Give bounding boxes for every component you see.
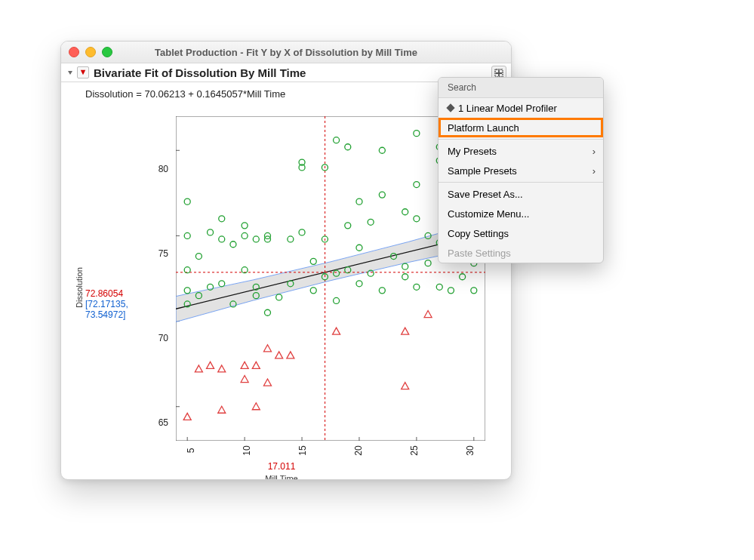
diamond-icon: [446, 103, 454, 112]
menu-customize[interactable]: Customize Menu...: [439, 204, 603, 223]
menu-linear-model-profiler[interactable]: 1 Linear Model Profiler: [439, 98, 603, 118]
svg-point-55: [356, 281, 362, 287]
svg-point-44: [310, 288, 316, 294]
menu-label: My Presets: [448, 146, 497, 157]
window-title: Tablet Production - Fit Y by X of Dissol…: [61, 47, 511, 58]
svg-point-61: [379, 192, 385, 198]
svg-point-68: [414, 216, 420, 222]
svg-point-53: [345, 223, 351, 229]
svg-point-69: [414, 182, 420, 188]
svg-point-35: [264, 309, 270, 315]
svg-point-24: [219, 281, 225, 287]
svg-point-26: [219, 216, 225, 222]
svg-point-18: [184, 232, 190, 238]
crosshair-x-value: 17.011: [70, 461, 493, 472]
svg-point-65: [402, 263, 408, 269]
menu-sample-presets[interactable]: Sample Presets ›: [439, 161, 603, 180]
svg-point-49: [334, 297, 340, 303]
chevron-right-icon: ›: [592, 146, 596, 157]
svg-point-34: [253, 236, 259, 242]
svg-point-40: [288, 236, 294, 242]
svg-point-82: [471, 288, 477, 294]
menu-separator: [439, 182, 603, 183]
svg-point-54: [345, 144, 351, 150]
menu-separator: [439, 139, 603, 140]
crosshair-y-readout: 72.86054 [72.17135, 73.54972]: [85, 288, 128, 320]
svg-point-17: [184, 267, 190, 273]
menu-label: Customize Menu...: [448, 208, 529, 220]
x-axis-title: Mill Time: [70, 474, 493, 480]
svg-point-70: [414, 131, 420, 137]
context-menu: Search 1 Linear Model Profiler Platform …: [438, 77, 604, 263]
menu-copy-settings[interactable]: Copy Settings: [439, 223, 603, 243]
menu-header: Search: [439, 78, 603, 98]
svg-point-59: [368, 219, 374, 225]
svg-point-31: [242, 223, 248, 229]
svg-point-56: [356, 245, 362, 251]
crosshair-ci-high: 73.54972]: [85, 309, 128, 320]
chevron-right-icon: ›: [592, 165, 596, 177]
titlebar: Tablet Production - Fit Y by X of Dissol…: [61, 42, 511, 63]
section-title: Bivariate Fit of Dissolution By Mill Tim…: [94, 66, 306, 79]
menu-label: 1 Linear Model Profiler: [458, 103, 557, 114]
svg-point-16: [184, 288, 190, 294]
hotspot-menu-icon[interactable]: [77, 66, 89, 78]
svg-point-60: [379, 288, 385, 294]
svg-point-19: [184, 198, 190, 205]
svg-point-73: [436, 284, 442, 290]
svg-point-25: [219, 236, 225, 242]
svg-point-22: [208, 229, 214, 235]
svg-point-64: [402, 274, 408, 280]
menu-platform-launch[interactable]: Platform Launch: [439, 118, 603, 137]
crosshair-ci-low: [72.17135,: [85, 299, 128, 309]
menu-paste-settings: Paste Settings: [439, 243, 603, 263]
menu-my-presets[interactable]: My Presets ›: [439, 141, 603, 161]
svg-point-67: [414, 284, 420, 290]
svg-point-57: [356, 198, 362, 205]
menu-save-preset[interactable]: Save Preset As...: [439, 184, 603, 204]
scatter-plot[interactable]: Dissolution 72.86054 [72.17135, 73.54972…: [70, 104, 493, 474]
svg-point-45: [310, 258, 316, 264]
svg-point-79: [460, 274, 466, 280]
disclosure-triangle-icon[interactable]: [66, 68, 75, 77]
svg-point-43: [299, 229, 305, 235]
svg-point-62: [379, 147, 385, 153]
svg-point-21: [195, 254, 202, 260]
menu-label: Save Preset As...: [448, 189, 523, 200]
svg-point-28: [230, 242, 236, 248]
y-axis-title: Dissolution: [75, 267, 84, 308]
crosshair-y-value: 72.86054: [85, 288, 128, 299]
menu-label: Sample Presets: [448, 165, 517, 177]
svg-point-51: [334, 137, 340, 143]
menu-label: Platform Launch: [448, 122, 519, 134]
menu-label: Copy Settings: [448, 228, 509, 239]
svg-point-38: [276, 294, 282, 300]
svg-point-66: [402, 209, 408, 215]
svg-point-30: [242, 232, 248, 238]
svg-point-77: [448, 288, 454, 294]
menu-label: Paste Settings: [448, 248, 511, 259]
svg-point-71: [425, 260, 431, 266]
